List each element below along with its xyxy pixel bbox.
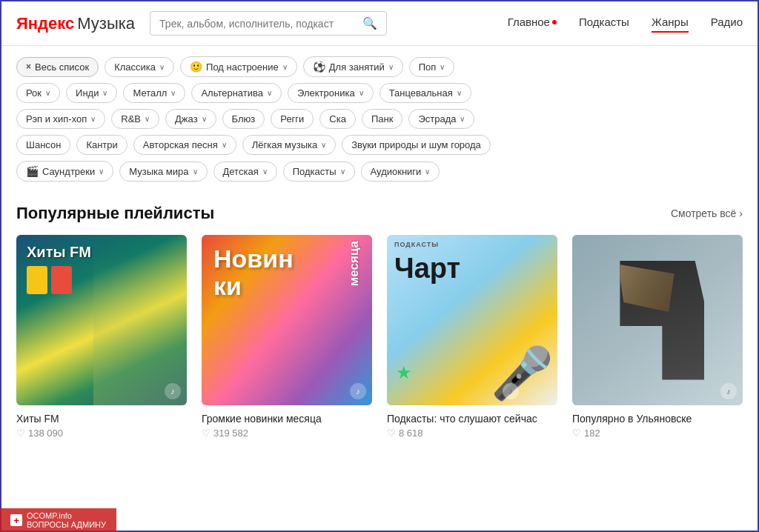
section-title: Популярные плейлисты [16,204,214,223]
filter-author-label: Авторская песня [143,139,218,150]
filter-shanson-label: Шансон [26,139,61,150]
filter-rap-label: Рэп и хип-хоп [26,113,87,124]
filter-soundtracks-label: Саундтреки [42,166,95,177]
nav-label-genres: Жанры [652,16,689,28]
month-text: месяца [347,241,362,286]
boot-top [618,265,675,312]
likes-count-ulyanovsk: 182 [584,428,600,439]
logo[interactable]: Яндекс Музыка [16,14,135,33]
playlist-name-new-month: Громкие новинки месяца [202,413,372,425]
filter-workout-label: Для занятий [329,61,385,73]
chevron-down-icon: ∨ [262,167,268,176]
filter-row-3: Рэп и хип-хоп ∨ R&B ∨ Джаз ∨ Блюз Регги … [16,109,743,129]
filter-workout[interactable]: ⚽ Для занятий ∨ [303,56,403,77]
filter-classic-label: Классика [114,61,156,73]
close-icon: × [26,61,31,72]
filter-kids[interactable]: Детская ∨ [213,162,277,182]
filter-ska-label: Ска [329,113,346,124]
filter-rnb-label: R&B [121,113,141,124]
playlist-card-hits-fm[interactable]: Хиты FM ♪ Хиты FM ♡ 138 090 [16,235,187,439]
playlist-card-new-month[interactable]: Новинки месяца ♪ Громкие новинки месяца … [202,235,372,439]
filter-dance[interactable]: Танцевальная ∨ [380,83,471,103]
header: Яндекс Музыка 🔍 Главное Подкасты Жанры Р… [1,1,758,46]
filter-indie[interactable]: Инди ∨ [66,83,117,103]
filter-nature[interactable]: Звуки природы и шум города [342,135,491,155]
playlist-thumb-hits-fm: Хиты FM ♪ [16,235,187,405]
filter-shanson[interactable]: Шансон [16,135,70,155]
filter-country-label: Кантри [86,139,117,150]
filter-light[interactable]: Лёгкая музыка ∨ [242,135,336,155]
new-text: Новинки [213,245,294,301]
filter-punk-label: Панк [371,113,393,124]
filter-estrada-label: Эстрада [418,113,456,124]
ulyanovsk-bg: ♪ [572,235,743,405]
filter-blues[interactable]: Блюз [222,109,265,129]
filter-world-label: Музыка мира [129,166,188,177]
podcast-bg: ПОДКАСТЫ Чарт 🎤 ★ ♪ [387,235,557,405]
search-bar[interactable]: 🔍 [150,11,387,36]
chevron-down-icon: ∨ [170,89,176,97]
filter-pop[interactable]: Поп ∨ [409,57,455,77]
search-input[interactable] [159,18,357,30]
filter-alt[interactable]: Альтернатива ∨ [191,83,282,103]
chevron-down-icon: ∨ [193,167,198,176]
playlist-name-podcasts-now: Подкасты: что слушают сейчас [387,413,557,425]
nav-label-main: Главное [508,16,550,28]
nav-item-radio[interactable]: Радио [711,16,743,31]
filter-mood[interactable]: 🙂 Под настроение ∨ [180,56,297,77]
filter-author[interactable]: Авторская песня ∨ [133,135,236,155]
heart-icon: ♡ [16,428,25,439]
playlist-thumb-new-month: Новинки месяца ♪ [202,235,372,405]
filter-rock[interactable]: Рок ∨ [16,83,60,103]
chevron-down-icon: ∨ [102,89,107,97]
chevron-down-icon: ∨ [440,63,445,71]
chevron-down-icon: ∨ [388,63,394,71]
filter-row-1: × Весь список Классика ∨ 🙂 Под настроени… [16,56,743,77]
see-all-link[interactable]: Смотреть всё › [671,207,743,219]
microphone-icon: 🎤 [491,348,554,398]
filter-metal[interactable]: Металл ∨ [123,83,185,103]
chevron-down-icon: ∨ [282,63,288,71]
filter-rap[interactable]: Рэп и хип-хоп ∨ [16,109,105,129]
playlist-card-ulyanovsk[interactable]: ♪ Популярно в Ульяновске ♡ 182 [572,235,743,439]
nav-item-main[interactable]: Главное [508,16,557,31]
section-header: Популярные плейлисты Смотреть всё › [16,204,743,223]
watermark-subtitle: ВОПРОСЫ АДМИНУ [27,520,106,529]
playlist-likes-hits-fm: ♡ 138 090 [16,428,187,439]
soundtracks-emoji: 🎬 [26,165,39,177]
filter-electro[interactable]: Электроника ∨ [288,83,374,103]
filter-audiobooks[interactable]: Аудиокниги ∨ [361,162,440,182]
filter-ska[interactable]: Ска [319,109,356,129]
filter-estrada[interactable]: Эстрада ∨ [408,109,474,129]
filter-podcasts-genre-label: Подкасты [293,166,337,177]
filter-country[interactable]: Кантри [76,135,127,155]
music-note-icon-2: ♪ [350,383,366,399]
playlist-name-hits-fm: Хиты FM [16,413,187,425]
playlist-card-podcasts-now[interactable]: ПОДКАСТЫ Чарт 🎤 ★ ♪ Подкасты: что слушаю… [387,235,557,439]
filter-jazz[interactable]: Джаз ∨ [165,109,216,129]
filter-all[interactable]: × Весь список [16,57,99,77]
filter-rnb[interactable]: R&B ∨ [111,109,159,129]
playlist-likes-new-month: ♡ 319 582 [202,428,372,439]
filter-nature-label: Звуки природы и шум города [351,139,481,150]
nav-dot [552,20,557,24]
see-all-label: Смотреть всё [671,207,736,219]
filter-reggae[interactable]: Регги [271,109,314,129]
hits-fm-person [93,252,188,405]
nav-item-podcasts[interactable]: Подкасты [579,16,629,31]
chevron-down-icon: ∨ [45,89,50,97]
filter-rock-label: Рок [26,87,42,99]
nav-item-genres[interactable]: Жанры [652,16,689,31]
filter-punk[interactable]: Панк [362,109,402,129]
filter-jazz-label: Джаз [175,113,198,124]
playlist-thumb-podcasts-now: ПОДКАСТЫ Чарт 🎤 ★ ♪ [387,235,557,405]
chevron-down-icon: ∨ [425,167,430,176]
chevron-down-icon: ∨ [90,115,96,123]
filter-world[interactable]: Музыка мира ∨ [119,162,207,182]
chevron-down-icon: ∨ [145,115,150,123]
mood-emoji: 🙂 [190,61,202,73]
hits-fm-letters [27,266,72,294]
filter-soundtracks[interactable]: 🎬 Саундтреки ∨ [16,161,113,182]
filter-podcasts-genre[interactable]: Подкасты ∨ [283,162,355,182]
filter-classic[interactable]: Классика ∨ [105,57,174,77]
